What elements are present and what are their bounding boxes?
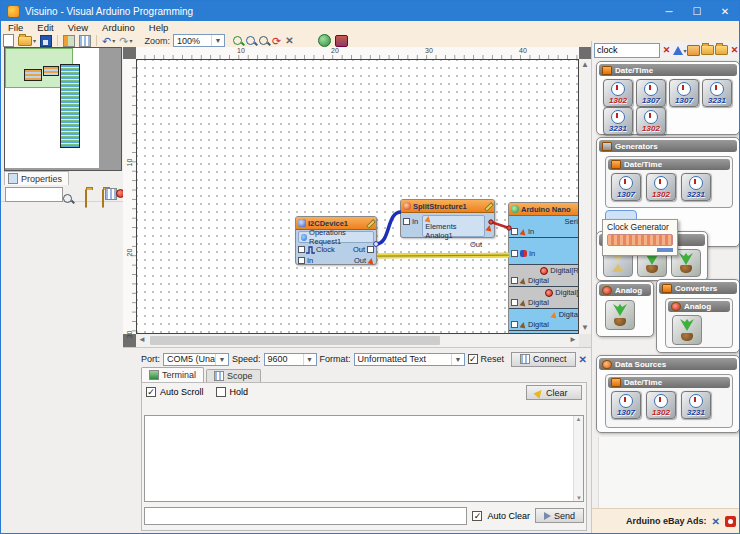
converter-component-icon[interactable] <box>672 315 702 345</box>
scroll-left-arrow[interactable]: ◄ <box>136 334 148 346</box>
media-button[interactable] <box>335 34 348 47</box>
save-button[interactable] <box>40 34 52 47</box>
i2c-in-connector[interactable] <box>511 250 518 257</box>
menu-view[interactable]: View <box>61 22 95 33</box>
subcategory-datetime-header[interactable]: Date/Time <box>608 377 730 388</box>
auto-scroll-checkbox[interactable]: ✓ <box>146 387 156 397</box>
rx0-connector[interactable] <box>511 277 518 284</box>
maximize-button[interactable]: ☐ <box>683 1 711 21</box>
zoom-combobox[interactable]: 100% ▼ <box>173 34 225 47</box>
tooltip-link[interactable] <box>657 248 673 252</box>
clock-pin-connector[interactable] <box>298 246 305 253</box>
component-chip-1307[interactable]: 1307 <box>611 391 641 419</box>
overview-navigator[interactable] <box>4 47 122 171</box>
serial-in-connector[interactable] <box>511 228 518 235</box>
redo-button[interactable]: ↷▾ <box>119 34 132 47</box>
wrench-icon[interactable] <box>484 202 492 210</box>
zoom-in-button[interactable] <box>233 34 242 47</box>
properties-filter-input[interactable] <box>5 187 63 202</box>
port-combobox[interactable]: COM5 (Unav ▼ <box>163 353 229 366</box>
web-button[interactable] <box>318 34 331 47</box>
new-button[interactable] <box>3 34 14 47</box>
zoom-out-button[interactable] <box>246 34 255 47</box>
ads-close-icon[interactable]: ✕ <box>712 516 720 527</box>
close-panel-icon[interactable]: ✕ <box>579 354 587 365</box>
split-in-connector[interactable] <box>403 218 410 225</box>
palette-search-input[interactable] <box>594 43 660 58</box>
out-pin-connector[interactable] <box>367 246 374 253</box>
arduino-nano-header[interactable]: Arduino Nano <box>509 203 579 216</box>
minimize-button[interactable]: ─ <box>655 1 683 21</box>
terminal-scrollbar[interactable]: ▲▼ <box>573 416 583 501</box>
catalog-icon[interactable] <box>687 44 700 57</box>
category-generators-header[interactable]: Generators <box>599 140 737 152</box>
ads-stop-icon[interactable] <box>725 516 736 527</box>
close-button[interactable]: ✕ <box>711 1 739 21</box>
in-pin-connector[interactable] <box>298 257 305 264</box>
category-datasources-header[interactable]: Data Sources <box>599 358 737 370</box>
format-combobox[interactable]: Unformatted Text ▼ <box>354 353 465 366</box>
clear-button[interactable]: Clear <box>526 385 582 400</box>
analog-component-icon[interactable] <box>605 300 635 330</box>
component-chip-1307[interactable]: 1307 <box>636 79 666 107</box>
toggle-panel-button[interactable] <box>63 34 75 47</box>
split-out-flame-icon[interactable] <box>485 224 492 231</box>
component-chip-3231[interactable]: 3231 <box>681 391 711 419</box>
component-arduino-nano[interactable]: Arduino Nano Serial[0] In I2C In <box>508 202 579 334</box>
connect-button[interactable]: Connect <box>511 352 576 367</box>
menu-file[interactable]: File <box>1 22 30 33</box>
scroll-down-arrow[interactable]: ▼ <box>579 322 591 334</box>
tools-icon[interactable]: ✕ <box>729 44 740 57</box>
category-converters-header[interactable]: Converters <box>659 282 737 294</box>
component-chip-1307[interactable]: 1307 <box>669 79 699 107</box>
terminal-output[interactable]: ▲▼ <box>144 415 584 502</box>
wizard-filter-icon[interactable]: ▾ <box>673 44 686 57</box>
send-input[interactable] <box>144 507 467 525</box>
refresh-button[interactable]: ⟳ <box>272 34 281 47</box>
splitstructure1-header[interactable]: SplitStructure1 <box>401 200 494 213</box>
properties-collapse-icon[interactable] <box>102 189 104 208</box>
expand-all-icon[interactable] <box>701 44 714 57</box>
component-chip-1307[interactable]: 1307 <box>611 173 641 201</box>
category-analog-header[interactable]: Analog <box>599 284 651 296</box>
delete-button[interactable]: ✕ <box>285 34 293 47</box>
tx-connector[interactable] <box>511 299 518 306</box>
scroll-right-arrow[interactable]: ► <box>567 334 579 346</box>
open-button[interactable]: ▾ <box>18 34 36 47</box>
elements-analog-subcomponent[interactable]: Elements Analog1 Out <box>422 215 485 237</box>
wrench-icon[interactable] <box>366 219 374 227</box>
toggle-grid-button[interactable] <box>79 34 91 47</box>
yellow-wire[interactable] <box>377 254 509 255</box>
component-i2cdevice1[interactable]: I2CDevice1 Operations Request1 Clock Out <box>295 216 377 265</box>
subcategory-datetime-header[interactable]: Date/Time <box>608 159 730 170</box>
tab-terminal[interactable]: Terminal <box>141 367 204 382</box>
send-button[interactable]: Send <box>535 508 584 523</box>
component-chip-3231[interactable]: 3231 <box>681 173 711 201</box>
component-splitstructure1[interactable]: SplitStructure1 In Elements Analog1 Out <box>400 199 495 238</box>
zoom-reset-button[interactable] <box>259 34 268 47</box>
reset-checkbox[interactable]: ✓ <box>468 354 478 364</box>
tab-scope[interactable]: Scope <box>206 369 261 382</box>
component-chip-1302[interactable]: 1302 <box>646 391 676 419</box>
component-chip-1302[interactable]: 1302 <box>636 107 666 135</box>
hold-checkbox[interactable] <box>216 387 226 397</box>
canvas-vertical-scrollbar[interactable]: ▲ ▼ <box>579 59 591 334</box>
operations-request-subcomponent[interactable]: Operations Request1 <box>298 231 374 243</box>
auto-clear-checkbox[interactable]: ✓ <box>472 511 482 521</box>
category-datetime-header[interactable]: Date/Time <box>599 64 737 76</box>
speed-combobox[interactable]: 9600 ▼ <box>264 353 317 366</box>
design-sheet[interactable]: I2CDevice1 Operations Request1 Clock Out <box>136 59 579 334</box>
menu-help[interactable]: Help <box>142 22 176 33</box>
scroll-up-arrow[interactable]: ▲ <box>579 59 591 71</box>
subcategory-analog-header[interactable]: Analog <box>668 301 730 312</box>
component-chip-1302[interactable]: 1302 <box>646 173 676 201</box>
menu-arduino[interactable]: Arduino <box>95 22 142 33</box>
yellow-wire[interactable] <box>377 257 509 258</box>
component-chip-1302[interactable]: 1302 <box>603 79 633 107</box>
canvas-horizontal-scrollbar[interactable]: ◄ ► <box>136 334 579 347</box>
menu-edit[interactable]: Edit <box>30 22 60 33</box>
undo-button[interactable]: ↶▾ <box>102 34 115 47</box>
component-chip-3231[interactable]: 3231 <box>702 79 732 107</box>
properties-expand-icon[interactable] <box>85 189 87 208</box>
properties-tab[interactable]: Properties <box>4 171 69 185</box>
